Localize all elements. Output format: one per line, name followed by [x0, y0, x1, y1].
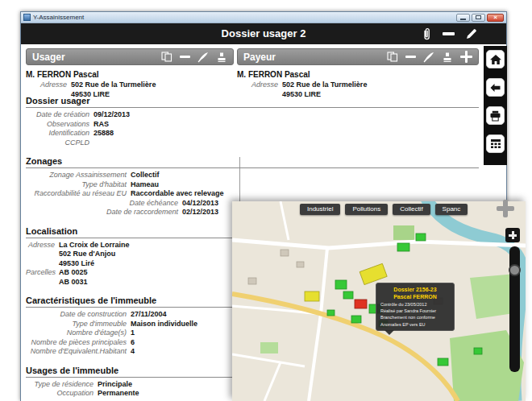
field-label: Nombre de pièces principales — [26, 338, 131, 348]
payeur-toolbar — [387, 51, 472, 63]
field-label: Occupation — [26, 389, 98, 399]
field-label — [26, 278, 59, 287]
minimize-button[interactable] — [456, 14, 470, 22]
field-label: Nombre d'étage(s) — [26, 329, 131, 338]
field-label: Observations — [26, 120, 94, 130]
building — [248, 278, 256, 284]
signature-icon[interactable] — [197, 52, 209, 63]
field-value: 09/12/2013 — [94, 110, 130, 120]
field-label: Nombre d'Equivalent.Habitant — [26, 347, 131, 357]
field-label: Identification CCPLD — [26, 129, 94, 147]
building-conforme — [397, 243, 409, 251]
field-value: RAS — [94, 120, 109, 130]
field-label: Date de création — [26, 110, 94, 120]
field-value: 25888 — [94, 129, 114, 147]
maximize-button[interactable] — [472, 14, 485, 22]
building-jaune — [305, 291, 319, 301]
building-conforme — [335, 280, 347, 289]
building-conforme — [327, 310, 335, 316]
edit-dossier-icon[interactable] — [465, 28, 477, 40]
remove-usager-icon[interactable] — [180, 56, 190, 58]
park-area — [260, 342, 278, 353]
map-button-industriel[interactable]: Industriel — [300, 204, 340, 215]
field-value: Maison individuelle — [131, 320, 197, 329]
field-value: 6 — [131, 338, 135, 348]
map-panel: Industriel Pollutions Collectif Spanc Do… — [232, 201, 526, 401]
desktop: Y-Assainissement × Dossier usager 2 — [0, 0, 532, 401]
field-label: Date de raccordement — [26, 208, 182, 217]
field-value: 1 — [131, 329, 135, 338]
field-value: Hameau — [131, 180, 159, 190]
tooltip-dossier-name: Pascal FERRON — [380, 293, 450, 300]
usager-panel: Usager M. FERR — [26, 48, 234, 99]
add-payeur-button[interactable] — [460, 51, 472, 63]
zoom-in-button[interactable] — [505, 228, 520, 242]
field-value: Permanente — [98, 389, 139, 399]
close-icon: × — [493, 14, 497, 21]
payeur-panel: Payeur — [237, 48, 479, 99]
home-button[interactable] — [486, 50, 505, 68]
payeur-panel-title: Payeur — [243, 52, 387, 63]
back-button[interactable] — [486, 78, 505, 97]
zoom-slider-handle[interactable] — [509, 264, 521, 276]
payeur-name: M. FERRON Pascal — [237, 70, 479, 79]
field-value: Collectif — [131, 171, 160, 180]
window-titlebar[interactable]: Y-Assainissement × — [21, 12, 506, 23]
field-label — [26, 259, 59, 269]
field-value: AB 0031 — [59, 278, 88, 287]
building-conforme — [474, 348, 482, 354]
minus-icon — [443, 32, 455, 35]
signature-icon[interactable] — [423, 52, 434, 63]
park-area — [393, 225, 414, 240]
building-conforme — [343, 291, 353, 299]
field-label — [26, 250, 59, 259]
dossier-header-actions — [422, 23, 477, 44]
field-label: Zonage Assainissement — [26, 171, 131, 180]
field-value: 502 Rue d'Anjou — [59, 250, 115, 259]
map-button-collectif[interactable]: Collectif — [393, 204, 430, 215]
dossier-header: Dossier usager 2 — [21, 23, 506, 44]
field-value: 49530 Liré — [59, 259, 94, 269]
close-button[interactable]: × — [487, 14, 504, 22]
stamp-icon[interactable] — [442, 52, 453, 63]
section-title: Dossier usager — [26, 94, 479, 108]
usager-panel-title: Usager — [32, 52, 161, 63]
field-label: Type d'habitat — [26, 180, 131, 190]
app-icon — [23, 14, 31, 21]
minus-icon — [405, 56, 416, 58]
field-label: Adresse — [26, 241, 59, 250]
minimize-icon — [460, 19, 466, 20]
section-dossier-usager: Dossier usager Date de création09/12/201… — [26, 94, 479, 147]
building — [281, 250, 289, 256]
field-value: La Croix de Lorraine — [59, 241, 130, 250]
maximize-icon — [476, 15, 481, 19]
payeur-bar: Payeur — [237, 48, 479, 65]
field-value: 4 — [131, 347, 135, 357]
copy-usager-icon[interactable] — [161, 52, 172, 62]
tooltip-line: Branchement non conforme — [380, 314, 450, 320]
section-title: Zonages — [26, 155, 479, 168]
field-label: Type de résidence — [26, 380, 98, 390]
paperclip-icon[interactable] — [422, 27, 432, 41]
field-label: Date de construction — [26, 310, 131, 320]
remove-payeur-icon[interactable] — [405, 56, 416, 58]
usager-toolbar — [161, 52, 227, 63]
side-toolbar — [484, 46, 507, 165]
calculator-button[interactable] — [486, 134, 505, 153]
field-label: Raccordabilité au réseau EU — [26, 189, 131, 199]
minus-icon — [180, 56, 190, 58]
tooltip-line: Réalisé par Sandra Fournier — [380, 308, 450, 314]
field-value: 27/11/2004 — [131, 310, 167, 320]
field-label: Parcelles — [26, 268, 59, 278]
field-value: Principale — [98, 380, 132, 390]
stamp-icon[interactable] — [216, 52, 227, 63]
printer-icon — [489, 110, 501, 122]
plus-ghost-icon[interactable] — [497, 200, 514, 217]
tooltip-dossier-number: Dossier 2156-23 — [380, 286, 450, 293]
map-button-pollutions[interactable]: Pollutions — [345, 204, 388, 215]
remove-dossier-icon[interactable] — [443, 32, 455, 35]
copy-payeur-icon[interactable] — [387, 52, 398, 62]
usager-bar: Usager — [26, 48, 234, 65]
map-button-spanc[interactable]: Spanc — [435, 204, 468, 215]
print-button[interactable] — [486, 106, 505, 125]
